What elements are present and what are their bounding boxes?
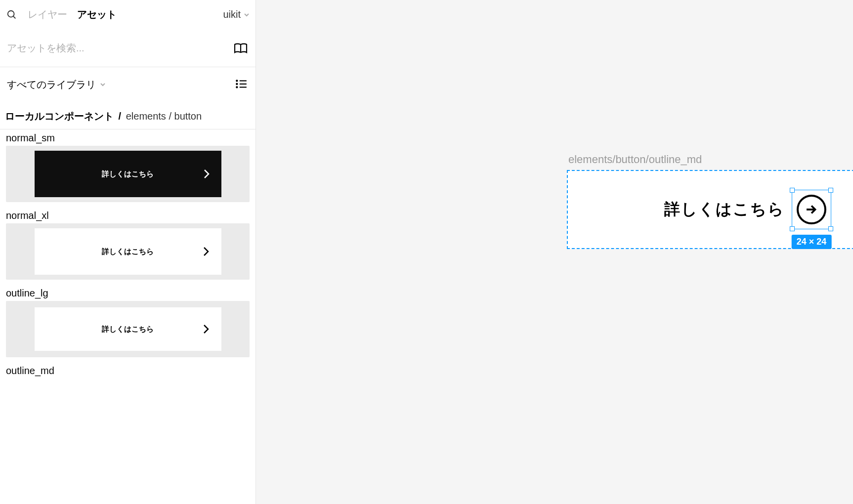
component-label: outline_md [6,362,250,378]
resize-handle-br[interactable] [828,226,833,231]
svg-point-3 [236,80,237,81]
icon-selection-wrapper: 24 × 24 [797,195,826,224]
dimensions-badge: 24 × 24 [792,235,832,249]
library-icon[interactable] [233,41,249,56]
page-selector[interactable]: uikit [223,9,250,20]
svg-point-5 [236,84,237,84]
resize-handle-bl[interactable] [790,226,795,231]
button-text: 詳しくはこちら [102,247,154,256]
chevron-right-icon [203,247,209,256]
component-thumbnail[interactable]: 詳しくはこちら [6,301,250,357]
component-thumbnail[interactable]: 詳しくはこちら [6,146,250,202]
button-preview-dark: 詳しくはこちら [35,151,221,197]
chevron-down-icon [100,82,106,87]
resize-handle-tr[interactable] [828,188,833,193]
resize-handle-tl[interactable] [790,188,795,193]
button-text: 詳しくはこちら [102,169,154,179]
frame-name-label[interactable]: elements/button/outline_md [568,153,702,166]
chevron-right-icon [203,324,209,334]
chevron-right-icon [204,169,210,179]
breadcrumb-root: ローカルコンポーネント [5,111,114,122]
search-icon[interactable] [6,9,18,21]
breadcrumb[interactable]: ローカルコンポーネント / elements / button [0,102,256,129]
button-preview-light: 詳しくはこちら [35,228,221,275]
library-filter-row: すべてのライブラリ [0,67,256,102]
tab-assets[interactable]: アセット [77,8,117,21]
component-label: normal_xl [6,207,250,223]
component-label: outline_lg [6,285,250,301]
component-frame-outline-md[interactable]: 詳しくはこちら 24 × 24 [567,170,853,249]
selection-box[interactable]: 24 × 24 [792,190,831,229]
breadcrumb-path: elements / button [126,111,202,122]
design-canvas[interactable]: elements/button/outline_md 詳しくはこちら 24 × … [256,0,853,504]
asset-search-row [0,30,256,67]
button-instance[interactable]: 詳しくはこちら 24 × 24 [568,171,853,248]
page-name: uikit [223,9,241,20]
button-label: 詳しくはこちら [664,199,785,220]
component-label: normal_sm [6,129,250,146]
component-list[interactable]: normal_sm 詳しくはこちら normal_xl 詳しくはこちら outl… [0,129,256,504]
button-text: 詳しくはこちら [102,325,154,334]
svg-point-0 [8,10,14,17]
tab-layers[interactable]: レイヤー [28,8,67,21]
library-filter-label: すべてのライブラリ [7,78,96,91]
list-view-icon[interactable] [235,78,249,91]
component-thumbnail[interactable]: 詳しくはこちら [6,223,250,280]
library-filter-select[interactable]: すべてのライブラリ [7,78,106,91]
button-preview-light-md: 詳しくはこちら [35,307,221,351]
asset-search-input[interactable] [7,42,233,54]
panel-top-bar: レイヤー アセット uikit [0,0,256,30]
svg-line-1 [13,16,16,18]
chevron-down-icon [244,12,250,18]
assets-panel: レイヤー アセット uikit すべてのライブラリ ローカルコンポーネント / [0,0,256,504]
svg-point-7 [236,86,237,87]
breadcrumb-sep: / [119,111,122,122]
